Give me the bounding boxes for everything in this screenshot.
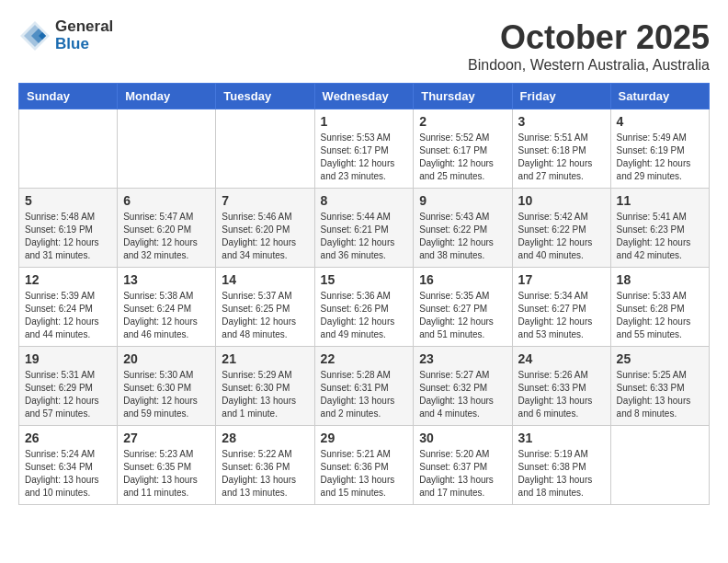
day-info: Sunrise: 5:29 AM Sunset: 6:30 PM Dayligh…	[222, 369, 308, 420]
day-info: Sunrise: 5:41 AM Sunset: 6:23 PM Dayligh…	[617, 211, 703, 262]
calendar-cell: 14Sunrise: 5:37 AM Sunset: 6:25 PM Dayli…	[216, 268, 314, 347]
calendar-cell: 29Sunrise: 5:21 AM Sunset: 6:36 PM Dayli…	[314, 426, 414, 505]
logo-blue: Blue	[55, 36, 113, 53]
day-number: 1	[321, 114, 408, 129]
calendar-week-row: 1Sunrise: 5:53 AM Sunset: 6:17 PM Daylig…	[19, 109, 710, 189]
day-info: Sunrise: 5:25 AM Sunset: 6:33 PM Dayligh…	[617, 369, 703, 420]
calendar-cell: 30Sunrise: 5:20 AM Sunset: 6:37 PM Dayli…	[414, 426, 512, 505]
calendar-cell: 23Sunrise: 5:27 AM Sunset: 6:32 PM Dayli…	[414, 347, 512, 426]
day-info: Sunrise: 5:33 AM Sunset: 6:28 PM Dayligh…	[617, 290, 703, 341]
calendar-cell: 2Sunrise: 5:52 AM Sunset: 6:17 PM Daylig…	[414, 109, 512, 189]
calendar-cell: 8Sunrise: 5:44 AM Sunset: 6:21 PM Daylig…	[314, 189, 414, 268]
day-number: 27	[123, 431, 210, 445]
day-number: 5	[25, 193, 111, 208]
day-number: 7	[222, 193, 308, 208]
day-number: 17	[518, 272, 605, 287]
calendar-cell: 28Sunrise: 5:22 AM Sunset: 6:36 PM Dayli…	[216, 426, 314, 505]
calendar-week-row: 5Sunrise: 5:48 AM Sunset: 6:19 PM Daylig…	[19, 189, 710, 268]
calendar-cell	[216, 109, 314, 189]
day-number: 31	[518, 431, 605, 445]
day-info: Sunrise: 5:36 AM Sunset: 6:26 PM Dayligh…	[321, 290, 408, 341]
day-number: 21	[222, 351, 308, 366]
calendar-cell: 3Sunrise: 5:51 AM Sunset: 6:18 PM Daylig…	[512, 109, 610, 189]
calendar-cell: 9Sunrise: 5:43 AM Sunset: 6:22 PM Daylig…	[414, 189, 512, 268]
day-number: 29	[321, 431, 408, 445]
logo-text: General Blue	[55, 18, 113, 52]
day-number: 14	[222, 272, 308, 287]
day-number: 11	[617, 193, 703, 208]
calendar-cell: 12Sunrise: 5:39 AM Sunset: 6:24 PM Dayli…	[19, 268, 118, 347]
logo: General Blue	[18, 18, 113, 52]
day-info: Sunrise: 5:39 AM Sunset: 6:24 PM Dayligh…	[25, 290, 111, 341]
day-info: Sunrise: 5:24 AM Sunset: 6:34 PM Dayligh…	[25, 448, 111, 500]
day-number: 24	[518, 351, 605, 366]
day-number: 16	[419, 272, 506, 287]
title-section: October 2025 Bindoon, Western Australia,…	[468, 18, 710, 74]
calendar-cell: 20Sunrise: 5:30 AM Sunset: 6:30 PM Dayli…	[118, 347, 216, 426]
day-number: 6	[123, 193, 210, 208]
day-info: Sunrise: 5:53 AM Sunset: 6:17 PM Dayligh…	[321, 132, 408, 183]
day-info: Sunrise: 5:31 AM Sunset: 6:29 PM Dayligh…	[25, 369, 111, 420]
calendar-cell: 1Sunrise: 5:53 AM Sunset: 6:17 PM Daylig…	[314, 109, 414, 189]
calendar-cell: 15Sunrise: 5:36 AM Sunset: 6:26 PM Dayli…	[314, 268, 414, 347]
calendar-week-row: 26Sunrise: 5:24 AM Sunset: 6:34 PM Dayli…	[19, 426, 710, 505]
day-number: 30	[419, 431, 506, 445]
calendar-cell: 17Sunrise: 5:34 AM Sunset: 6:27 PM Dayli…	[512, 268, 610, 347]
day-info: Sunrise: 5:48 AM Sunset: 6:19 PM Dayligh…	[25, 211, 111, 262]
day-number: 3	[518, 114, 605, 129]
day-number: 15	[321, 272, 408, 287]
day-info: Sunrise: 5:44 AM Sunset: 6:21 PM Dayligh…	[321, 211, 408, 262]
day-number: 26	[25, 431, 111, 445]
day-number: 20	[123, 351, 210, 366]
weekday-header: Sunday	[19, 84, 118, 109]
day-info: Sunrise: 5:43 AM Sunset: 6:22 PM Dayligh…	[419, 211, 506, 262]
day-number: 4	[617, 114, 703, 129]
page-header: General Blue October 2025 Bindoon, Weste…	[18, 18, 710, 74]
calendar-cell: 10Sunrise: 5:42 AM Sunset: 6:22 PM Dayli…	[512, 189, 610, 268]
day-number: 9	[419, 193, 506, 208]
day-info: Sunrise: 5:38 AM Sunset: 6:24 PM Dayligh…	[123, 290, 210, 341]
calendar-cell: 21Sunrise: 5:29 AM Sunset: 6:30 PM Dayli…	[216, 347, 314, 426]
weekday-header: Tuesday	[216, 84, 314, 109]
day-info: Sunrise: 5:27 AM Sunset: 6:32 PM Dayligh…	[419, 369, 506, 420]
weekday-header-row: SundayMondayTuesdayWednesdayThursdayFrid…	[19, 84, 710, 109]
day-number: 19	[25, 351, 111, 366]
calendar-cell	[118, 109, 216, 189]
weekday-header: Friday	[512, 84, 610, 109]
logo-general: General	[55, 18, 113, 36]
day-number: 22	[321, 351, 408, 366]
day-info: Sunrise: 5:52 AM Sunset: 6:17 PM Dayligh…	[419, 132, 506, 183]
day-info: Sunrise: 5:21 AM Sunset: 6:36 PM Dayligh…	[321, 448, 408, 500]
day-number: 18	[617, 272, 703, 287]
calendar-cell: 18Sunrise: 5:33 AM Sunset: 6:28 PM Dayli…	[610, 268, 709, 347]
calendar-cell: 26Sunrise: 5:24 AM Sunset: 6:34 PM Dayli…	[19, 426, 118, 505]
calendar-cell: 5Sunrise: 5:48 AM Sunset: 6:19 PM Daylig…	[19, 189, 118, 268]
calendar-cell: 27Sunrise: 5:23 AM Sunset: 6:35 PM Dayli…	[118, 426, 216, 505]
calendar-cell: 6Sunrise: 5:47 AM Sunset: 6:20 PM Daylig…	[118, 189, 216, 268]
calendar-cell: 25Sunrise: 5:25 AM Sunset: 6:33 PM Dayli…	[610, 347, 709, 426]
day-number: 10	[518, 193, 605, 208]
weekday-header: Wednesday	[314, 84, 414, 109]
calendar-cell: 22Sunrise: 5:28 AM Sunset: 6:31 PM Dayli…	[314, 347, 414, 426]
calendar-cell: 31Sunrise: 5:19 AM Sunset: 6:38 PM Dayli…	[512, 426, 610, 505]
calendar-week-row: 12Sunrise: 5:39 AM Sunset: 6:24 PM Dayli…	[19, 268, 710, 347]
day-info: Sunrise: 5:19 AM Sunset: 6:38 PM Dayligh…	[518, 448, 605, 500]
calendar-cell: 13Sunrise: 5:38 AM Sunset: 6:24 PM Dayli…	[118, 268, 216, 347]
day-info: Sunrise: 5:28 AM Sunset: 6:31 PM Dayligh…	[321, 369, 408, 420]
calendar-cell: 19Sunrise: 5:31 AM Sunset: 6:29 PM Dayli…	[19, 347, 118, 426]
day-info: Sunrise: 5:35 AM Sunset: 6:27 PM Dayligh…	[419, 290, 506, 341]
calendar-cell	[19, 109, 118, 189]
day-info: Sunrise: 5:22 AM Sunset: 6:36 PM Dayligh…	[222, 448, 308, 500]
day-info: Sunrise: 5:49 AM Sunset: 6:19 PM Dayligh…	[617, 132, 703, 183]
day-info: Sunrise: 5:34 AM Sunset: 6:27 PM Dayligh…	[518, 290, 605, 341]
month-title: October 2025	[468, 18, 710, 57]
day-info: Sunrise: 5:23 AM Sunset: 6:35 PM Dayligh…	[123, 448, 210, 500]
weekday-header: Saturday	[610, 84, 709, 109]
day-number: 8	[321, 193, 408, 208]
calendar-cell	[610, 426, 709, 505]
day-number: 2	[419, 114, 506, 129]
day-info: Sunrise: 5:37 AM Sunset: 6:25 PM Dayligh…	[222, 290, 308, 341]
day-info: Sunrise: 5:26 AM Sunset: 6:33 PM Dayligh…	[518, 369, 605, 420]
day-info: Sunrise: 5:46 AM Sunset: 6:20 PM Dayligh…	[222, 211, 308, 262]
logo-icon	[18, 19, 51, 52]
